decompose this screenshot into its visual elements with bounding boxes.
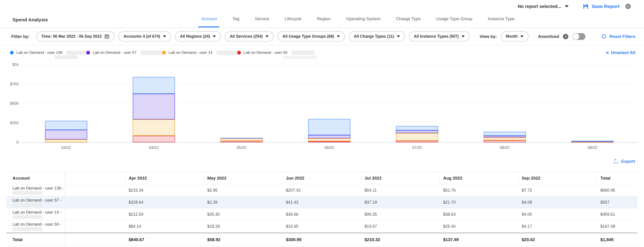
table-cell: $37.18 bbox=[364, 196, 377, 208]
table-cell: $2.95 bbox=[207, 184, 218, 196]
bar-segment-lab-on-demand-user-14-06-22 bbox=[308, 138, 350, 141]
report-selector-dropdown[interactable]: No report selected... bbox=[518, 4, 568, 9]
column-header-sep-2022: Sep 2022 bbox=[522, 172, 540, 184]
bar-segment-lab-on-demand-user-57-03-22 bbox=[45, 130, 87, 139]
header-divider bbox=[440, 175, 440, 182]
unselect-all-button[interactable]: × Unselect All bbox=[606, 50, 635, 55]
bar-segment-lab-on-demand-user-14-09-22 bbox=[571, 142, 614, 142]
header-divider bbox=[282, 175, 282, 182]
legend-label: Lab on Demand - user 136 bbox=[16, 50, 62, 55]
tab-usage-type-group[interactable]: Usage Type Group bbox=[436, 16, 473, 27]
filter-pill-label: All Instance Types (507) bbox=[414, 34, 459, 39]
bar-segment-lab-on-demand-user-50-05-22 bbox=[220, 141, 263, 142]
legend-item-lab-on-demand-user-50[interactable]: Lab on Demand - user 50 bbox=[237, 50, 314, 55]
calendar-icon bbox=[104, 34, 110, 39]
export-button[interactable]: Export bbox=[613, 158, 635, 164]
reset-filters-label: Reset Filters bbox=[610, 34, 635, 39]
total-cell: $210.32 bbox=[364, 233, 380, 246]
chevron-down-icon bbox=[565, 5, 568, 7]
column-header-may-2022: May 2022 bbox=[207, 172, 226, 184]
tab-label: Region bbox=[317, 16, 331, 21]
tab-charge-type[interactable]: Charge Type bbox=[396, 16, 421, 27]
legend-label: Lab on Demand - user 57 bbox=[93, 50, 136, 55]
redacted-text bbox=[292, 51, 314, 55]
tab-label: Operating System bbox=[346, 16, 381, 21]
bar-segment-lab-on-demand-user-136-03-22 bbox=[45, 121, 87, 130]
table-cell: $99.35 bbox=[364, 208, 377, 221]
amortized-info-icon[interactable]: i bbox=[563, 34, 568, 39]
legend-item-lab-on-demand-user-136[interactable]: Lab on Demand - user 136 bbox=[10, 50, 89, 55]
legend-item-lab-on-demand-user-14[interactable]: Lab on Demand - user 14 bbox=[162, 50, 239, 55]
tab-label: Service bbox=[255, 16, 269, 21]
view-by-month-pill[interactable]: Month bbox=[501, 31, 528, 41]
account-name: Lab on Demand - user 14 - bbox=[12, 210, 61, 215]
tab-lifecycle[interactable]: Lifecycle bbox=[284, 16, 302, 27]
table-cell: $215.34 bbox=[128, 184, 144, 196]
table-row-lab-on-demand-user-50: Lab on Demand - user 50 -$84.10$18.28$15… bbox=[6, 220, 638, 232]
chevron-down-icon bbox=[520, 35, 524, 37]
filter-pill-all-instance-types[interactable]: All Instance Types (507) bbox=[409, 31, 470, 41]
table-cell: $36.66 bbox=[286, 208, 298, 221]
table-cell: $41.43 bbox=[286, 196, 298, 208]
table-cell: $660.95 bbox=[600, 184, 615, 196]
amortized-label: Amortized bbox=[538, 34, 559, 39]
account-name: Lab on Demand - user 50 - bbox=[12, 222, 61, 227]
table-cell: $2.39 bbox=[207, 196, 218, 208]
table-cell: $84.10 bbox=[128, 221, 141, 233]
bar-segment-lab-on-demand-user-57-07-22 bbox=[396, 130, 438, 133]
table-row-lab-on-demand-user-136: Lab on Demand - user 136 -$215.34$2.95$2… bbox=[6, 184, 638, 196]
filter-pill-all-regions[interactable]: All Regions (24) bbox=[175, 31, 221, 41]
y-axis-tick-label: $250 bbox=[4, 121, 19, 125]
filter-pill-label: Accounts 4 (of 674) bbox=[124, 34, 160, 39]
tab-service[interactable]: Service bbox=[254, 16, 270, 27]
bar-segment-lab-on-demand-user-14-07-22 bbox=[396, 133, 438, 141]
tab-operating-system[interactable]: Operating System bbox=[346, 16, 381, 27]
legend-item-lab-on-demand-user-57[interactable]: Lab on Demand - user 57 bbox=[86, 50, 164, 55]
table-cell: $167.08 bbox=[600, 221, 615, 233]
table-cell: $19.67 bbox=[364, 221, 377, 233]
x-axis-tick-label: 03/22 bbox=[45, 146, 87, 150]
tab-label: Instance Type bbox=[488, 16, 514, 21]
x-axis-tick-label: 07/22 bbox=[396, 146, 438, 150]
tab-label: Account bbox=[201, 16, 217, 21]
table-cell: $328.64 bbox=[128, 196, 144, 208]
gridline bbox=[22, 65, 638, 65]
column-header-aug-2022: Aug 2022 bbox=[443, 172, 462, 184]
account-name: Lab on Demand - user 57 - bbox=[12, 198, 61, 203]
filter-pill-label: All Usage Type Groups (68) bbox=[282, 34, 334, 39]
legend-label: Lab on Demand - user 14 bbox=[168, 50, 212, 55]
bar-segment-lab-on-demand-user-136-06-22 bbox=[308, 119, 350, 135]
tab-tag[interactable]: Tag bbox=[232, 16, 240, 27]
bar-segment-lab-on-demand-user-50-07-22 bbox=[396, 141, 438, 142]
table-row-lab-on-demand-user-14: Lab on Demand - user 14 -$212.59$35.30$3… bbox=[6, 208, 638, 220]
amortized-toggle[interactable] bbox=[573, 33, 585, 40]
spend-table: AccountApr 2022May 2022Jun 2022Jul 2022A… bbox=[6, 172, 638, 246]
redacted-text bbox=[12, 191, 42, 195]
table-cell: $35.30 bbox=[207, 208, 220, 221]
reset-filters-button[interactable]: Reset Filters bbox=[601, 28, 635, 45]
tab-region[interactable]: Region bbox=[316, 16, 331, 27]
column-header-account: Account bbox=[12, 172, 30, 184]
time-filter-pill[interactable]: Time: 06 Mar 2022 - 06 Sep 2022 bbox=[36, 31, 114, 41]
filter-pill-all-usage-type-groups[interactable]: All Usage Type Groups (68) bbox=[278, 31, 345, 41]
filter-pill-all-services[interactable]: All Services (254) bbox=[225, 31, 274, 41]
info-icon[interactable]: i bbox=[625, 4, 631, 9]
save-report-button[interactable]: Save Report bbox=[583, 3, 620, 9]
export-label: Export bbox=[621, 159, 635, 164]
table-row-lab-on-demand-user-57: Lab on Demand - user 57 -$328.64$2.39$41… bbox=[6, 196, 638, 208]
redacted-text bbox=[66, 51, 89, 55]
filter-pill-accounts-4[interactable]: Accounts 4 (of 674) bbox=[118, 31, 171, 41]
column-header-total: Total bbox=[600, 172, 610, 184]
table-cell: $459.61 bbox=[600, 208, 615, 221]
tab-account[interactable]: Account bbox=[201, 16, 218, 27]
gridline bbox=[22, 123, 638, 123]
total-cell: $137.49 bbox=[443, 233, 459, 246]
table-cell: $25.40 bbox=[443, 221, 456, 233]
tab-label: Lifecycle bbox=[285, 16, 302, 21]
filter-pill-all-charge-types[interactable]: All Charge Types (11) bbox=[349, 31, 405, 41]
table-cell: $38.63 bbox=[443, 208, 456, 221]
table-cell: $207.42 bbox=[286, 184, 301, 196]
tab-instance-type[interactable]: Instance Type bbox=[487, 16, 515, 27]
chevron-down-icon bbox=[163, 35, 166, 37]
tab-label: Tag bbox=[232, 16, 240, 21]
